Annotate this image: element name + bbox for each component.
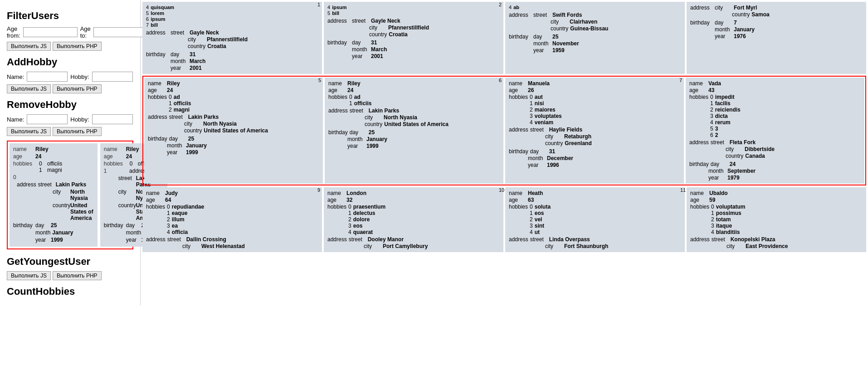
get-youngest-title: GetYoungestUser bbox=[7, 256, 133, 268]
age-to-input[interactable] bbox=[93, 27, 148, 37]
top-card-1: 4ipsum 5bill address street Gayle Neck c… bbox=[324, 2, 503, 74]
filter-age-row: Age from: Age to: bbox=[7, 25, 133, 39]
get-youngest-js-button[interactable]: Выполнить JS bbox=[7, 271, 51, 280]
get-youngest-php-button[interactable]: Выполнить PHP bbox=[53, 271, 102, 280]
add-hobby-php-button[interactable]: Выполнить PHP bbox=[53, 84, 102, 93]
card-index-11: 11 bbox=[680, 187, 686, 193]
get-youngest-section: GetYoungestUser Выполнить JS Выполнить P… bbox=[7, 256, 133, 280]
card-index-5: 5 bbox=[318, 78, 321, 83]
remove-hobby-btn-row: Выполнить JS Выполнить PHP bbox=[7, 127, 133, 136]
age-to-label: Age to: bbox=[80, 25, 91, 39]
bot-card-8: name Judy age 64 hobbies 0repudiandae 1e… bbox=[142, 187, 322, 252]
remove-hobby-name-label: Name: bbox=[7, 116, 24, 123]
add-hobby-name-label: Name: bbox=[7, 73, 24, 80]
age-from-input[interactable] bbox=[23, 27, 78, 37]
add-hobby-hobby-input[interactable] bbox=[92, 72, 133, 82]
filter-btn-row: Выполнить JS Выполнить PHP bbox=[7, 42, 133, 51]
remove-hobby-php-button[interactable]: Выполнить PHP bbox=[53, 127, 102, 136]
left-card-0: nameRiley age24 hobbies 0 officiis 1 mag… bbox=[10, 143, 98, 247]
card-index-10: 10 bbox=[499, 187, 504, 193]
card-index-9: 9 bbox=[317, 187, 320, 193]
card-index-1: 1 bbox=[317, 2, 320, 7]
age-from-label: Age from: bbox=[7, 25, 20, 39]
bot-card-11: name Ubaldo age 59 hobbies 0voluptatum 1… bbox=[687, 187, 866, 252]
remove-hobby-hobby-input[interactable] bbox=[92, 114, 133, 124]
left-panel: FilterUsers Age from: Age to: Выполнить … bbox=[0, 0, 141, 306]
count-hobbies-title: CountHobbies bbox=[7, 286, 133, 297]
middle-cards-row: name Riley age 24 hobbies 0ad 1officiis … bbox=[142, 76, 866, 185]
add-hobby-title: AddHobby bbox=[7, 56, 133, 68]
card-index-6: 6 bbox=[499, 78, 502, 83]
remove-hobby-title: RemoveHobby bbox=[7, 99, 133, 111]
left-card-0-hobbies: 0 officiis 1 magni bbox=[39, 161, 62, 173]
mid-card-7: name Vada age 43 hobbies 0impedit 1facil… bbox=[686, 78, 864, 184]
filter-php-button[interactable]: Выполнить PHP bbox=[53, 42, 102, 51]
remove-hobby-js-button[interactable]: Выполнить JS bbox=[7, 127, 51, 136]
filter-js-button[interactable]: Выполнить JS bbox=[7, 42, 51, 51]
remove-hobby-name-input[interactable] bbox=[27, 114, 68, 124]
bot-card-9: name London age 32 hobbies 0praesentium … bbox=[324, 187, 503, 252]
left-highlighted-cards: nameRiley age24 hobbies 0 officiis 1 mag… bbox=[7, 141, 133, 249]
add-hobby-hobby-label: Hobby: bbox=[70, 73, 89, 80]
bot-card-10: name Heath age 63 hobbies 0soluta 1eos 2… bbox=[505, 187, 685, 252]
add-hobby-btn-row: Выполнить JS Выполнить PHP bbox=[7, 84, 133, 93]
mid-card-4: name Riley age 24 hobbies 0ad 1officiis … bbox=[144, 78, 323, 184]
right-panel: 4quisquam 5lorem 6ipsum 7bill address st… bbox=[141, 0, 868, 306]
card-index-2: 2 bbox=[499, 2, 502, 7]
top-card-2: 4ab address street Swift Fords city Clai… bbox=[505, 2, 685, 74]
top-card-3: address city Fort Myrl country Samoa bir… bbox=[687, 2, 866, 74]
top-card-0: 4quisquam 5lorem 6ipsum 7bill address st… bbox=[142, 2, 322, 74]
mid-card-6: name Manuela age 26 hobbies 0aut 1nisi 2… bbox=[505, 78, 684, 184]
remove-hobby-form-row: Name: Hobby: bbox=[7, 114, 133, 124]
filter-users-title: FilterUsers bbox=[7, 10, 133, 22]
remove-hobby-hobby-label: Hobby: bbox=[70, 116, 89, 123]
top-cards-row: 4quisquam 5lorem 6ipsum 7bill address st… bbox=[142, 2, 866, 74]
add-hobby-form-row: Name: Hobby: bbox=[7, 72, 133, 82]
mid-card-5: name Riley age 24 hobbies 0ad 1officiis … bbox=[325, 78, 503, 184]
left-card-0-address: addressstreetLakin Parks cityNorth Nyasi… bbox=[17, 181, 94, 221]
add-hobby-js-button[interactable]: Выполнить JS bbox=[7, 84, 51, 93]
card-index-7: 7 bbox=[679, 78, 682, 83]
get-youngest-btn-row: Выполнить JS Выполнить PHP bbox=[7, 271, 133, 280]
add-hobby-name-input[interactable] bbox=[27, 72, 68, 82]
bottom-cards-row: name Judy age 64 hobbies 0repudiandae 1e… bbox=[142, 187, 866, 252]
